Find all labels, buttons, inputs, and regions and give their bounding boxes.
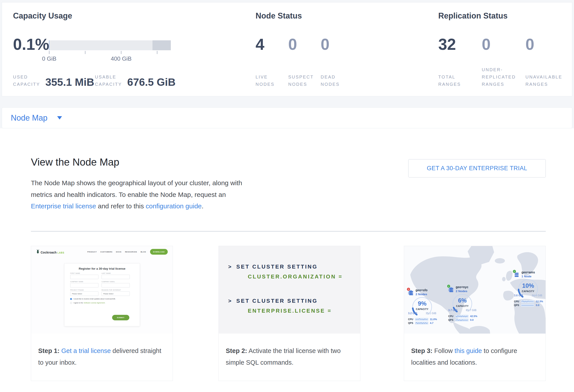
get-trial-license-link[interactable]: Get a trial license	[61, 347, 111, 354]
healthy-badge: ✓	[513, 270, 516, 273]
download-button[interactable]: DOWNLOAD	[150, 249, 168, 255]
capacity-used: 3.6 GiB	[514, 294, 523, 297]
healthy-badge: ✓	[447, 284, 451, 288]
company-name-label: COMPANY NAME	[70, 281, 99, 282]
cpu-label: CPU	[448, 315, 455, 317]
capacity-percent: 9%	[408, 300, 436, 307]
qps-sparkline	[521, 304, 534, 307]
company-name-field[interactable]	[70, 283, 99, 287]
step2-card: >SET CLUSTER SETTING CLUSTER.ORGANIZATIO…	[219, 246, 360, 381]
reason-for-interest-select[interactable]: Please Select	[102, 291, 130, 296]
capacity-bar-used-segment	[49, 40, 49, 50]
unavailable-ranges-label: UNAVAILABLERANGES	[525, 74, 562, 88]
step1-caption: Step 1: Get a trial license delivered st…	[31, 334, 170, 368]
cpu-label: CPU	[408, 318, 415, 320]
node-map-enable-section: View the Node Map The Node Map shows the…	[0, 128, 574, 392]
warning-badge: 1	[407, 287, 410, 291]
nav-item-product[interactable]: PRODUCT	[87, 251, 97, 253]
qps-label: QPS	[408, 322, 415, 324]
capacity-used: 3.2 GiB	[408, 312, 417, 315]
section-divider	[31, 231, 546, 231]
capacity-gauge: 6% CAPACITY 3.7 GiB 65.7 GiB	[448, 294, 476, 314]
qps-label: QPS	[514, 304, 521, 306]
dead-nodes-value: 0	[321, 36, 329, 53]
qps-label: QPS	[448, 318, 455, 321]
qps-value: 4.7	[430, 322, 433, 324]
step1-prefix: Step 1:	[38, 347, 60, 354]
sql-setting-organization: CLUSTER.ORGANIZATION =	[248, 274, 343, 280]
sql-prompt: >	[228, 264, 232, 270]
company-email-field[interactable]	[102, 283, 130, 287]
axis-tick	[49, 51, 49, 54]
first-name-label: FIRST NAME	[70, 273, 99, 274]
qps-sparkline	[415, 322, 428, 325]
usable-capacity-value: 676.5 GiB	[127, 76, 176, 88]
page-title: View the Node Map	[31, 156, 119, 168]
node-map-description: The Node Map shows the geographical layo…	[31, 177, 244, 212]
locality-marker-nyc: ✓ geo=nyc 2 Nodes 6% CAPACITY 3.7 GiB 65…	[447, 285, 485, 321]
submit-button[interactable]: SUBMIT	[112, 315, 129, 320]
locality-name: geo=ams	[521, 271, 535, 274]
sql-commands-illustration: >SET CLUSTER SETTING CLUSTER.ORGANIZATIO…	[219, 246, 360, 334]
capacity-percent: 10%	[514, 282, 542, 289]
enterprise-trial-license-link[interactable]: Enterprise trial license	[31, 202, 96, 210]
cockroach-labs-logo: Cockroach LABS	[36, 250, 64, 254]
dead-nodes-label: DEADNODES	[321, 74, 340, 88]
minisite-nav: PRODUCT CUSTOMERS DOCS RESOURCES BLOG	[87, 251, 146, 253]
used-capacity-label: USED	[13, 74, 40, 81]
sql-prompt: >	[228, 298, 232, 304]
nav-item-docs[interactable]: DOCS	[116, 251, 122, 253]
nav-item-customers[interactable]: CUSTOMERS	[101, 251, 113, 253]
trial-license-form: Register for a 30-day trial license FIRS…	[64, 263, 140, 326]
capacity-total: 65.7 GiB	[466, 309, 476, 312]
replication-status-title: Replication Status	[438, 11, 508, 20]
cpu-value: 11.0%	[430, 318, 437, 320]
locality-marker-sfo: 1 geo=sfo 2 Nodes 9% CAPACITY 3.2 GiB 35…	[406, 288, 445, 325]
cpu-row: CPU 11.0%	[408, 318, 445, 321]
cpu-row: CPU 12.3%	[514, 300, 546, 303]
capacity-bar-reserved-segment	[152, 40, 171, 50]
software-license-agreement-link[interactable]: Software License Agreement.	[84, 302, 105, 304]
capacity-percent: 0.1%	[13, 36, 49, 53]
cpu-sparkline	[521, 300, 534, 303]
cpu-value: 12.3%	[536, 300, 543, 303]
cpu-sparkline	[455, 315, 469, 318]
description-text: The Node Map shows the geographical layo…	[31, 179, 242, 198]
last-name-label: LAST NAME	[102, 273, 130, 274]
qps-sparkline	[455, 318, 469, 321]
locality-node-count: 2 Nodes	[415, 293, 427, 296]
node-status-title: Node Status	[256, 11, 302, 20]
under-replicated-ranges-label: UNDER-REPLICATEDRANGES	[482, 66, 516, 88]
email-updates-checkbox[interactable]	[70, 298, 72, 300]
this-guide-link[interactable]: this guide	[455, 347, 482, 354]
sql-setting-license: ENTERPRISE.LICENSE =	[248, 308, 332, 314]
license-agreement-checkbox[interactable]	[70, 302, 72, 304]
live-nodes-label: LIVENODES	[256, 74, 275, 88]
total-ranges-value: 32	[438, 36, 456, 53]
capacity-word: CAPACITY	[448, 305, 476, 307]
qps-row: QPS 0.0	[448, 318, 485, 321]
locality-name: geo=nyc	[456, 285, 468, 289]
used-capacity-label: CAPACITY	[13, 81, 40, 88]
last-name-field[interactable]	[102, 275, 130, 279]
project-phase-select[interactable]: Please Select	[70, 291, 99, 296]
step1-text	[60, 347, 61, 354]
axis-tick	[85, 51, 85, 54]
step1-card: Cockroach LABS PRODUCT CUSTOMERS DOCS RE…	[31, 246, 173, 381]
step2-caption: Step 2: Activate the trial license with …	[219, 334, 355, 368]
nav-item-resources[interactable]: RESOURCES	[125, 251, 137, 253]
qps-value: 0.0	[470, 318, 473, 321]
email-updates-label: I would like to receive email updates ab…	[73, 298, 116, 300]
node-map-dropdown[interactable]: Node Map	[2, 107, 572, 128]
live-nodes-value: 4	[256, 36, 264, 53]
locality-node-count: 2 Nodes	[456, 289, 467, 293]
reason-for-interest-label: REASON FOR INTEREST	[102, 289, 130, 291]
nav-item-blog[interactable]: BLOG	[141, 251, 146, 253]
cpu-value: 42.5%	[470, 315, 477, 317]
first-name-field[interactable]	[70, 275, 99, 279]
license-agreement-label: I agree to the	[73, 302, 83, 304]
configuration-guide-link[interactable]: configuration guide	[146, 202, 202, 210]
get-enterprise-trial-button[interactable]: GET A 30-DAY ENTERPRISE TRIAL	[408, 159, 546, 177]
locality-marker-ams: ✓ geo=ams 1 Node 10% CAPACITY 3.6 GiB 34…	[512, 270, 546, 307]
brand-suffix: LABS	[57, 252, 64, 254]
